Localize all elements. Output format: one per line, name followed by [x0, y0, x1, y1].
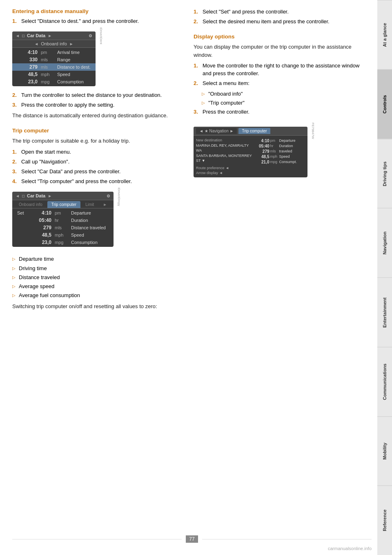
sidebar-tab-entertainment[interactable]: Entertainment — [377, 278, 392, 347]
nav-unit-consumpt: mpg — [270, 160, 278, 164]
sidebar-tab-communications[interactable]: Communications — [377, 347, 392, 416]
bullet-icon-2: ▷ — [12, 266, 16, 271]
bullet-icon-5: ▷ — [12, 293, 16, 298]
trip-unit-speed: mph — [53, 233, 69, 237]
trip-step-text-2: Call up "Navigation". — [21, 158, 185, 166]
row-label-range: Range — [57, 57, 91, 62]
trip-value-departure: 4:10 — [31, 210, 51, 216]
bullet-text-4: Average speed — [19, 283, 54, 290]
trip-steps-list: 1. Open the start menu. 2. Call up "Navi… — [12, 148, 185, 186]
nav-widget: ◄ ★ Navigation ► Trip computer New desti… — [194, 127, 307, 177]
car-data-icon-2: □ — [22, 194, 24, 198]
set-step-num-2: 2. — [194, 18, 200, 25]
nav-label-traveled: traveled — [279, 149, 305, 153]
car-data-row-consumption: 23,0 mpg Consumption — [12, 78, 96, 85]
sidebar-tab-controls[interactable]: Controls — [377, 69, 392, 139]
nav-widget-header: ◄ ★ Navigation ► Trip computer — [194, 127, 307, 136]
trip-row-departure: Set 4:10 pm Departure — [12, 209, 114, 217]
page-line-right — [202, 539, 372, 539]
bullet-avg-speed: ▷ Average speed — [12, 283, 185, 290]
settings-icon-2: ⚙ — [107, 194, 110, 198]
step-text-2: Turn the controller to select the distan… — [21, 92, 185, 99]
trip-unit-departure: pm — [53, 210, 69, 215]
car-data-title-bar-1: ◄ □ Car Data ► ⚙ — [12, 31, 96, 40]
nav-dest-label: New destination — [196, 138, 254, 142]
sidebar-tab-reference[interactable]: Reference — [377, 486, 392, 555]
set-step-1: 1. Select "Set" and press the controller… — [194, 8, 365, 16]
nav-unit-departure: pm — [270, 139, 278, 143]
trip-unit-dist: mls — [53, 225, 69, 230]
nav-val-consumpt: 21,0 — [257, 160, 270, 164]
set-step-text-1: Select "Set" and press the controller. — [203, 8, 365, 16]
trip-step-1: 1. Open the start menu. — [12, 148, 185, 156]
disp-step-num-1: 1. — [194, 62, 200, 77]
car-data-screen-2: ◄ □ Car Data ► ⚙ Onboard info Trip compu… — [12, 192, 114, 247]
display-step-1: 1. Move the controller to the right to c… — [194, 62, 365, 77]
nav-widget-label: FE79847W — [311, 123, 315, 139]
step-number-3: 3. — [12, 101, 19, 109]
nav-unit-traveled: mls — [270, 149, 278, 153]
trip-value-duration: 05:40 — [31, 217, 51, 223]
car-data-row-speed: 48,5 mph Speed — [12, 71, 96, 78]
car-data-icon-1: □ — [22, 34, 24, 38]
nav-row-speed: 48,5 mph Speed — [257, 154, 305, 159]
page-line-left — [12, 539, 182, 539]
tab-more[interactable]: ► — [99, 201, 111, 208]
nav-tab-navigation: ◄ ★ Navigation ► — [196, 128, 237, 134]
step-text-1: Select "Distance to dest." and press the… — [21, 18, 185, 25]
switching-note: Switching trip computer on/off and reset… — [12, 302, 185, 311]
trip-unit-cons: mpg — [53, 240, 69, 245]
sidebar-tabs: At a glance Controls Driving tips Naviga… — [377, 0, 392, 555]
sub-bullet-text-1: "Onboard info" — [208, 90, 243, 98]
row-unit-distance: mls — [39, 65, 56, 69]
sidebar-tab-mobility[interactable]: Mobility — [377, 416, 392, 486]
sidebar-tab-navigation[interactable]: Navigation — [377, 208, 392, 278]
trip-label-duration: Duration — [71, 218, 109, 223]
tab-limit[interactable]: Limit — [81, 201, 98, 208]
row-label-consumption: Consumption — [57, 79, 91, 84]
nav-label-departure: Departure — [279, 139, 305, 143]
settings-icon-1: ⚙ — [89, 34, 92, 38]
title-arrow-left-2: ◄ — [16, 194, 20, 198]
bullet-text-2: Driving time — [19, 265, 47, 272]
watermark: carmanualsonline.info — [328, 546, 372, 551]
page-number-bar: 77 — [12, 535, 372, 543]
set-step-num-1: 1. — [194, 8, 200, 16]
trip-step-num-3: 3. — [12, 168, 19, 175]
bullet-text-1: Departure time — [19, 255, 54, 263]
row-unit-consumption: mpg — [39, 79, 56, 84]
sub-bullet-icon-2: ▷ — [202, 100, 205, 106]
distance-step-3: 3. Press the controller to apply the set… — [12, 101, 185, 109]
section-heading-display: Display options — [194, 34, 365, 40]
step-text-3: Press the controller to apply the settin… — [21, 101, 185, 109]
subtitle-arrow-right-1: ► — [69, 42, 74, 46]
sub-bullet-icon-1: ▷ — [202, 91, 205, 97]
title-arrow-right-1: ► — [48, 34, 52, 38]
car-data-widget-1: ◄ □ Car Data ► ⚙ ◄ Onboard info ► — [12, 27, 96, 90]
title-arrow-right-2: ► — [48, 194, 52, 198]
nav-widget-body: New destination MARINA DEL REY, ADMIRALT… — [194, 136, 307, 177]
tab-onboard-info[interactable]: Onboard info — [15, 201, 47, 208]
car-data-row-range: 330 mls Range — [12, 56, 96, 63]
nav-left-panel: New destination MARINA DEL REY, ADMIRALT… — [196, 138, 254, 175]
trip-value-dist: 279 — [31, 225, 51, 231]
row-value-distance: 279 — [17, 64, 38, 70]
nav-widget-wrapper: ◄ ★ Navigation ► Trip computer New desti… — [194, 123, 307, 181]
disp-step-num-2: 2. — [194, 80, 200, 87]
sidebar-tab-at-a-glance[interactable]: At a glance — [377, 0, 392, 69]
car-data-rows-1: 4:10 pm Arrival time 330 mls Range 279 m… — [12, 48, 96, 86]
car-data-title-text-2: Car Data — [27, 193, 45, 198]
trip-label-speed: Speed — [71, 233, 109, 237]
display-step-3: 3. Press the controller. — [194, 108, 365, 116]
nav-arrow-text: Arrow display ◄ — [196, 171, 254, 175]
display-step-3-list: 3. Press the controller. — [194, 108, 365, 116]
disp-step-num-3: 3. — [194, 108, 200, 116]
tab-trip-computer[interactable]: Trip computer — [47, 201, 80, 208]
distance-steps-2-3: 2. Turn the controller to select the dis… — [12, 92, 185, 109]
sidebar-tab-driving-tips[interactable]: Driving tips — [377, 139, 392, 208]
trip-value-cons: 23,0 — [31, 239, 51, 245]
trip-row-speed: 48,5 mph Speed — [12, 231, 114, 239]
subtitle-arrow-left-1: ◄ — [34, 42, 38, 46]
nav-row-traveled: 279 mls traveled — [257, 149, 305, 154]
display-sub-bullets: ▷ "Onboard info" ▷ "Trip computer" — [202, 90, 365, 107]
